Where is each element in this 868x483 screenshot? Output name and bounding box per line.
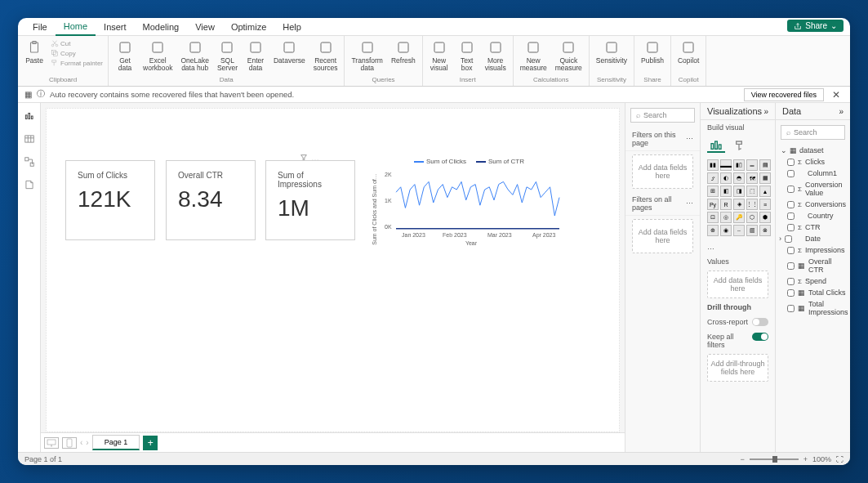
- viz-type-28[interactable]: ▥: [746, 225, 758, 236]
- zoom-out[interactable]: −: [740, 455, 744, 463]
- field-date[interactable]: ›Date: [776, 233, 850, 244]
- ribbon-calculations-0[interactable]: Newmeasure: [517, 38, 550, 74]
- card-2[interactable]: Sum of Impressions1M: [265, 160, 355, 240]
- ribbon-data-4[interactable]: Enterdata: [243, 38, 269, 74]
- viz-type-26[interactable]: ◉: [720, 225, 732, 236]
- chevron-icon[interactable]: »: [839, 107, 844, 116]
- dax-view-icon[interactable]: [23, 178, 36, 191]
- field-conversions[interactable]: ΣConversions: [776, 199, 850, 210]
- copy-button[interactable]: Copy: [51, 49, 103, 57]
- ribbon-sensitivity-0[interactable]: Sensitivity: [593, 38, 630, 66]
- viz-type-20[interactable]: ⊡: [707, 212, 719, 223]
- menu-file[interactable]: File: [24, 19, 56, 35]
- desktop-view-icon[interactable]: [44, 437, 59, 449]
- menu-insert[interactable]: Insert: [96, 19, 135, 35]
- tab-page-1[interactable]: Page 1: [92, 435, 140, 450]
- ribbon-insert-0[interactable]: Newvisual: [426, 38, 452, 74]
- field-impressions[interactable]: ΣImpressions: [776, 244, 850, 256]
- field-checkbox[interactable]: [787, 212, 795, 220]
- viz-more[interactable]: …: [701, 239, 775, 254]
- viz-type-4[interactable]: ▤: [759, 159, 771, 171]
- ribbon-insert-2[interactable]: Morevisuals: [482, 38, 510, 74]
- line-chart[interactable]: Sum of Clicks Sum of CTR Sum of Clicks a…: [373, 158, 565, 248]
- field-checkbox[interactable]: [787, 262, 795, 270]
- ribbon-data-5[interactable]: Dataverse: [270, 38, 309, 66]
- field-checkbox[interactable]: [787, 278, 795, 285]
- field-total-impressions[interactable]: ▦Total Impressions: [776, 298, 850, 318]
- fit-icon[interactable]: ⛶: [836, 455, 844, 463]
- viz-type-15[interactable]: Py: [707, 199, 719, 210]
- paste-button[interactable]: Paste: [21, 38, 47, 66]
- more-icon[interactable]: ⋯: [686, 135, 693, 143]
- dataset-node[interactable]: ⌄▦dataset: [776, 145, 850, 156]
- viz-type-29[interactable]: ⊗: [759, 225, 771, 236]
- tab-nav-prev[interactable]: ‹: [80, 438, 82, 447]
- menu-home[interactable]: Home: [56, 18, 96, 36]
- field-total-clicks[interactable]: ▦Total Clicks: [776, 287, 850, 298]
- cut-button[interactable]: Cut: [51, 39, 103, 47]
- view-recovered-button[interactable]: View recovered files: [744, 88, 824, 101]
- card-0[interactable]: Sum of Clicks121K: [65, 160, 155, 240]
- ribbon-queries-1[interactable]: Refresh: [388, 38, 419, 66]
- zoom-slider[interactable]: [750, 458, 799, 460]
- viz-type-14[interactable]: ▲: [759, 186, 771, 197]
- viz-type-13[interactable]: ⬚: [746, 186, 758, 197]
- field-checkbox[interactable]: [787, 289, 795, 297]
- viz-drill-drop[interactable]: Add drill-through fields here: [707, 354, 768, 382]
- viz-type-16[interactable]: R: [720, 199, 732, 210]
- cross-report-toggle[interactable]: [752, 318, 768, 326]
- viz-type-21[interactable]: ◎: [720, 212, 732, 223]
- field-checkbox[interactable]: [787, 224, 795, 231]
- viz-type-18[interactable]: ⋮⋮: [746, 199, 758, 210]
- viz-type-1[interactable]: ▬▬: [720, 159, 732, 171]
- data-search[interactable]: ⌕Search: [781, 125, 845, 140]
- viz-type-24[interactable]: ⬢: [759, 212, 771, 223]
- viz-type-3[interactable]: ═: [746, 159, 758, 171]
- infobar-close[interactable]: ✕: [829, 89, 844, 101]
- viz-type-0[interactable]: ▮▮: [707, 159, 719, 171]
- ribbon-data-0[interactable]: Getdata: [112, 38, 138, 74]
- field-ctr[interactable]: ΣCTR: [776, 221, 850, 233]
- ribbon-insert-1[interactable]: Textbox: [454, 38, 480, 74]
- chevron-icon[interactable]: »: [763, 107, 768, 116]
- keep-filters-toggle[interactable]: [752, 333, 768, 341]
- ribbon-share-0[interactable]: Publish: [638, 38, 667, 66]
- add-page-button[interactable]: +: [143, 436, 158, 450]
- field-checkbox[interactable]: [787, 247, 795, 254]
- menu-view[interactable]: View: [187, 19, 223, 35]
- table-view-icon[interactable]: [23, 132, 36, 145]
- viz-type-2[interactable]: ▮▯: [733, 159, 745, 171]
- ribbon-data-1[interactable]: Excelworkbook: [140, 38, 176, 74]
- viz-type-6[interactable]: ◐: [720, 172, 732, 184]
- viz-type-17[interactable]: ◈: [733, 199, 745, 210]
- menu-help[interactable]: Help: [274, 19, 309, 35]
- viz-type-9[interactable]: ▦: [759, 172, 771, 184]
- viz-type-19[interactable]: ≡: [759, 199, 771, 210]
- field-overall-ctr[interactable]: ▦Overall CTR: [776, 256, 850, 275]
- viz-type-7[interactable]: ◓: [733, 172, 745, 184]
- field-country[interactable]: Country: [776, 210, 850, 221]
- share-button[interactable]: Share ⌄: [787, 20, 844, 32]
- viz-values-drop[interactable]: Add data fields here: [707, 271, 768, 298]
- field-checkbox[interactable]: [787, 201, 795, 208]
- filters-search[interactable]: ⌕Search: [630, 108, 695, 123]
- menu-optimize[interactable]: Optimize: [223, 19, 274, 35]
- model-view-icon[interactable]: [23, 155, 36, 168]
- filters-page-drop[interactable]: Add data fields here: [632, 154, 693, 189]
- viz-type-27[interactable]: ··: [733, 225, 745, 236]
- ribbon-data-2[interactable]: OneLakedata hub: [177, 38, 212, 74]
- field-checkbox[interactable]: [787, 170, 795, 177]
- field-clicks[interactable]: ΣClicks: [776, 156, 850, 168]
- viz-format-tab[interactable]: [732, 138, 750, 153]
- card-1[interactable]: Overall CTR8.34: [166, 160, 256, 240]
- viz-type-23[interactable]: ⬡: [746, 212, 758, 223]
- field-spend[interactable]: ΣSpend: [776, 275, 850, 287]
- ribbon-queries-0[interactable]: Transformdata: [348, 38, 385, 74]
- more-icon[interactable]: ⋯: [686, 199, 693, 208]
- format-painter-button[interactable]: Format painter: [51, 59, 103, 67]
- ribbon-calculations-1[interactable]: Quickmeasure: [552, 38, 585, 74]
- field-checkbox[interactable]: [787, 159, 795, 166]
- ribbon-data-3[interactable]: SQLServer: [214, 38, 241, 74]
- field-checkbox[interactable]: [787, 305, 795, 312]
- report-canvas[interactable]: … Sum of Clicks Sum of CTR Sum of Clicks…: [46, 108, 620, 432]
